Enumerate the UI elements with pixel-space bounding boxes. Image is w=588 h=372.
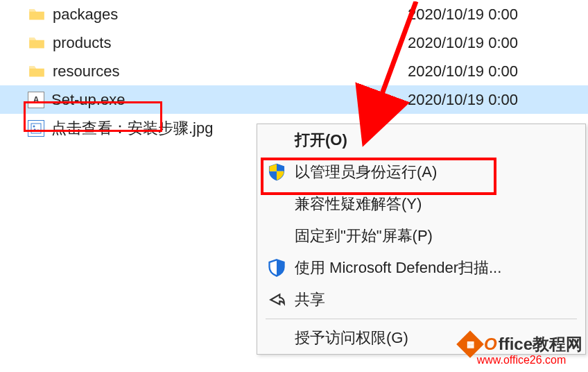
file-date: 2020/10/19 0:00	[408, 6, 588, 24]
file-list: packages 2020/10/19 0:00 products 2020/1…	[0, 0, 588, 142]
menu-item-pin-start[interactable]: 固定到"开始"屏幕(P)	[257, 220, 585, 252]
folder-icon	[28, 6, 46, 24]
menu-separator	[266, 319, 577, 319]
blank-icon	[266, 129, 288, 151]
blank-icon	[266, 225, 288, 247]
defender-icon	[266, 257, 288, 279]
file-row-setup[interactable]: A Set-up.exe 2020/10/19 0:00	[0, 85, 588, 114]
file-row-packages[interactable]: packages 2020/10/19 0:00	[0, 0, 588, 28]
blank-icon	[266, 327, 288, 349]
file-row-resources[interactable]: resources 2020/10/19 0:00	[0, 57, 588, 85]
shield-uac-icon	[266, 161, 288, 183]
folder-icon	[28, 62, 46, 81]
watermark-brand-prefix: O	[484, 335, 497, 354]
file-date: 2020/10/19 0:00	[408, 62, 588, 81]
watermark-brand: ffice教程网	[499, 333, 582, 355]
menu-item-compat[interactable]: 兼容性疑难解答(Y)	[257, 188, 585, 220]
menu-item-share[interactable]: 共享	[257, 284, 585, 316]
file-name: Set-up.exe	[51, 91, 408, 109]
file-row-products[interactable]: products 2020/10/19 0:00	[0, 28, 588, 57]
image-icon	[28, 120, 44, 137]
menu-item-open[interactable]: 打开(O)	[257, 124, 585, 156]
exe-icon: A	[28, 92, 44, 108]
watermark-url: www.office26.com	[460, 354, 582, 366]
file-date: 2020/10/19 0:00	[408, 34, 588, 52]
context-menu: 打开(O) 以管理员身份运行(A) 兼容性疑难解答(Y) 固定到"开始"屏幕(P…	[257, 124, 586, 355]
file-name: packages	[53, 6, 408, 24]
file-name: products	[53, 34, 408, 52]
menu-item-run-admin[interactable]: 以管理员身份运行(A)	[257, 156, 585, 188]
share-icon	[266, 289, 288, 311]
watermark: ▦ O ffice教程网 www.office26.com	[460, 333, 582, 366]
menu-item-defender[interactable]: 使用 Microsoft Defender扫描...	[257, 252, 585, 284]
blank-icon	[266, 193, 288, 215]
file-date: 2020/10/19 0:00	[408, 91, 588, 109]
svg-point-1	[33, 125, 35, 127]
folder-icon	[28, 34, 46, 52]
file-name: resources	[53, 62, 408, 81]
